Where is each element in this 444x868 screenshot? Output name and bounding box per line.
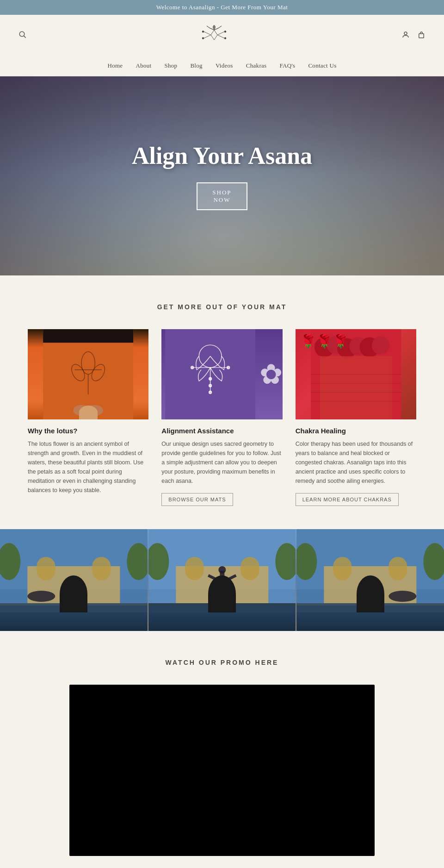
- svg-point-30: [227, 366, 230, 369]
- nav-about[interactable]: About: [136, 62, 151, 69]
- nav-contact[interactable]: Contact Us: [308, 62, 336, 69]
- learn-chakras-button[interactable]: LEARN MORE ABOUT CHAKRAS: [296, 493, 399, 506]
- card-alignment-text: Our unique design uses sacred geometry t…: [161, 439, 282, 486]
- cards-grid: Why the lotus? The lotus flower is an an…: [28, 329, 416, 506]
- svg-rect-14: [43, 329, 133, 343]
- svg-point-0: [19, 31, 25, 37]
- svg-rect-12: [419, 34, 424, 38]
- svg-rect-70: [333, 557, 352, 580]
- svg-line-8: [217, 35, 224, 38]
- card-lotus-text: The lotus flower is an ancient symbol of…: [28, 439, 148, 495]
- svg-point-21: [87, 405, 103, 416]
- svg-point-11: [404, 32, 407, 35]
- svg-rect-75: [296, 606, 444, 631]
- svg-line-1: [24, 36, 26, 38]
- shop-now-button[interactable]: SHOPNOW: [197, 182, 247, 210]
- card-chakra-text: Color therapy has been used for thousand…: [296, 439, 416, 486]
- svg-point-26: [209, 384, 212, 387]
- svg-point-25: [209, 377, 212, 380]
- nav-blog[interactable]: Blog: [190, 62, 202, 69]
- svg-point-32: [314, 337, 334, 357]
- photo-strip-item-3: [296, 529, 444, 631]
- header-left: [18, 31, 27, 41]
- announcement-text: Welcome to Asanalign - Get More From You…: [156, 4, 288, 11]
- card-lotus-heading: Why the lotus?: [28, 427, 148, 435]
- get-more-title: GET MORE OUT OF YOUR MAT: [28, 303, 416, 311]
- nav-chakras[interactable]: Chakras: [246, 62, 267, 69]
- card-chakra-image: [296, 329, 416, 419]
- svg-point-9: [224, 31, 226, 33]
- svg-point-74: [389, 591, 417, 602]
- get-more-section: GET MORE OUT OF YOUR MAT: [0, 275, 444, 529]
- hero-content: Align Your Asana SHOPNOW: [132, 142, 312, 210]
- card-lotus: Why the lotus? The lotus flower is an an…: [28, 329, 148, 506]
- cart-icon[interactable]: [417, 31, 426, 41]
- photo-strip-item-2: [148, 529, 297, 631]
- card-chakra-heading: Chakra Healing: [296, 427, 416, 435]
- svg-rect-65: [148, 606, 296, 631]
- card-lotus-image: [28, 329, 148, 419]
- svg-rect-58: [240, 557, 259, 580]
- nav-videos[interactable]: Videos: [216, 62, 233, 69]
- hero-section: Align Your Asana SHOPNOW: [0, 76, 444, 275]
- promo-video[interactable]: [69, 685, 375, 856]
- svg-line-4: [204, 35, 211, 38]
- header: [0, 15, 444, 56]
- nav-shop[interactable]: Shop: [164, 62, 177, 69]
- svg-rect-45: [0, 529, 148, 589]
- browse-mats-button[interactable]: BROWSE OUR MATS: [161, 493, 233, 506]
- header-right: [401, 31, 426, 41]
- nav-faqs[interactable]: FAQ's: [279, 62, 295, 69]
- svg-point-62: [218, 566, 226, 574]
- svg-rect-71: [389, 557, 407, 580]
- svg-point-5: [202, 31, 204, 33]
- svg-point-51: [27, 591, 55, 602]
- header-logo[interactable]: [27, 23, 401, 48]
- svg-point-20: [73, 405, 89, 416]
- announcement-bar: Welcome to Asanalign - Get More From You…: [0, 0, 444, 15]
- main-nav: Home About Shop Blog Videos Chakras FAQ'…: [0, 56, 444, 76]
- svg-rect-38: [320, 356, 392, 420]
- svg-line-7: [217, 31, 224, 35]
- search-icon[interactable]: [18, 31, 27, 41]
- svg-point-27: [209, 391, 212, 394]
- svg-rect-48: [92, 557, 111, 580]
- svg-rect-61: [220, 571, 224, 599]
- photo-strip: [0, 529, 444, 631]
- card-alignment-heading: Alignment Assistance: [161, 427, 282, 435]
- card-alignment: Alignment Assistance Our unique design u…: [161, 329, 282, 506]
- promo-section: WATCH OUR PROMO HERE: [0, 631, 444, 868]
- svg-line-3: [204, 31, 211, 35]
- svg-rect-57: [185, 557, 204, 580]
- card-chakra: Chakra Healing Color therapy has been us…: [296, 329, 416, 506]
- svg-point-29: [191, 366, 194, 369]
- logo-svg: [196, 23, 233, 46]
- svg-point-37: [371, 337, 389, 355]
- login-icon[interactable]: [401, 31, 410, 41]
- photo-strip-item-1: [0, 529, 148, 631]
- svg-rect-47: [37, 557, 55, 580]
- nav-home[interactable]: Home: [107, 62, 123, 69]
- svg-rect-68: [296, 529, 444, 589]
- hero-title: Align Your Asana: [132, 142, 312, 169]
- svg-rect-52: [0, 606, 148, 631]
- svg-point-6: [202, 37, 204, 39]
- card-alignment-image: [161, 329, 282, 419]
- svg-marker-2: [211, 30, 217, 40]
- promo-title: WATCH OUR PROMO HERE: [28, 659, 416, 666]
- svg-rect-55: [148, 529, 296, 589]
- svg-point-10: [224, 37, 226, 39]
